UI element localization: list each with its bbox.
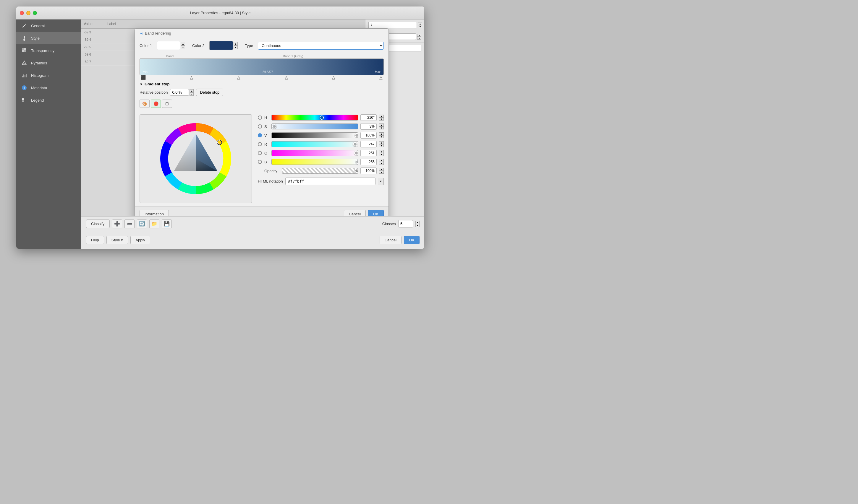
s-value-input[interactable] [361,123,377,130]
sidebar-label-pyramids: Pyramids [31,61,47,65]
r-step-down[interactable]: ▼ [379,144,384,147]
apply-button[interactable]: Apply [130,236,150,244]
b-radio[interactable] [258,160,262,164]
color-wheel-svg[interactable] [157,120,234,197]
s-step-down[interactable]: ▼ [379,127,384,129]
gradient-bar[interactable]: Min -59.3375 Max [140,59,384,75]
color1-swatch[interactable] [157,41,180,50]
arrow-1[interactable]: ⬛ [141,75,146,80]
html-notation-input[interactable] [285,178,376,185]
b-step-up[interactable]: ▲ [379,159,384,162]
sidebar-item-general[interactable]: General [16,19,81,32]
rel-pos-down[interactable]: ▼ [190,93,194,96]
step-up-2[interactable]: ▲ [417,34,421,37]
r-step-up[interactable]: ▲ [379,141,384,144]
minimize-button[interactable] [26,11,30,15]
h-radio[interactable] [258,115,262,120]
classes-label: Classes [382,222,396,226]
opacity-step-down[interactable]: ▼ [379,171,384,174]
classes-step-down[interactable]: ▼ [415,224,419,227]
close-button[interactable] [20,11,24,15]
color-wheel-container[interactable] [140,114,252,203]
v-step-up[interactable]: ▲ [379,132,384,135]
add-class-icon[interactable]: ➕ [112,220,122,228]
sidebar-item-histogram[interactable]: Histogram [16,69,81,82]
save-icon[interactable]: 💾 [162,220,172,228]
classes-step-up[interactable]: ▲ [415,221,419,224]
arrow-5[interactable]: △ [332,75,335,80]
color-grid-icon[interactable]: ⊞ [162,100,172,108]
delete-stop-button[interactable]: Delete stop [196,88,223,96]
v-value-input[interactable] [361,132,377,139]
v-stepper: ▲ ▼ [379,132,384,138]
arrow-4[interactable]: △ [285,75,288,80]
cancel-main-button[interactable]: Cancel [380,236,401,244]
g-step-down[interactable]: ▼ [379,153,384,156]
h-slider-track[interactable] [271,115,358,120]
sidebar-item-pyramids[interactable]: Pyramids [16,57,81,69]
r-radio[interactable] [258,142,262,146]
r-slider-track[interactable] [271,141,358,147]
arrow-3[interactable]: △ [237,75,240,80]
g-slider-track[interactable] [271,150,358,156]
h-step-up[interactable]: ▲ [379,115,384,118]
h-step-down[interactable]: ▼ [379,118,384,120]
color-swatches-icon[interactable]: 🎨 [140,100,149,108]
window-title: Layer Properties - egm84-30 | Style [190,11,251,15]
v-step-down[interactable]: ▼ [379,135,384,138]
refresh-icon[interactable]: 🔄 [137,220,147,228]
svg-rect-8 [22,76,23,77]
sidebar-item-metadata[interactable]: i Metadata [16,82,81,94]
svg-rect-2 [22,48,24,50]
g-step-up[interactable]: ▲ [379,150,384,153]
step-up-1[interactable]: ▲ [418,22,422,25]
folder-icon[interactable]: 📁 [149,220,159,228]
band1-gray-label: Band 1 (Gray) [203,54,384,58]
r-value-input[interactable] [361,141,377,147]
maximize-button[interactable] [33,11,37,15]
relative-position-input[interactable] [170,89,189,96]
arrow-6[interactable]: △ [379,75,383,80]
v-radio[interactable] [258,133,262,137]
v-slider-track[interactable] [271,132,358,138]
s-slider-track[interactable] [271,124,358,129]
step-down-1[interactable]: ▼ [418,25,422,28]
b-value-input[interactable] [361,159,377,165]
ok-main-button[interactable]: OK [404,236,419,244]
color-wheel-icon[interactable]: 🔴 [151,100,161,108]
rel-pos-up[interactable]: ▲ [190,89,194,93]
classify-button[interactable]: Classify [86,220,110,228]
classes-input[interactable] [398,220,413,227]
color1-step-down[interactable]: ▼ [181,46,185,49]
arrow-2[interactable]: △ [190,75,193,80]
sidebar-item-style[interactable]: Style [16,32,81,44]
rel-pos-label: Relative position [140,90,168,95]
color2-step-up[interactable]: ▲ [234,42,238,46]
sidebar-item-transparency[interactable]: Transparency [16,44,81,57]
step-down-2[interactable]: ▼ [417,37,421,39]
remove-class-icon[interactable]: ➖ [125,220,134,228]
sidebar-item-legend[interactable]: Legend [16,94,81,107]
s-step-up[interactable]: ▲ [379,124,384,127]
opacity-step-up[interactable]: ▲ [379,168,384,171]
style-button[interactable]: Style ▾ [107,236,128,244]
h-value-input[interactable] [361,114,377,121]
g-value-input[interactable] [361,150,377,156]
color2-swatch[interactable] [209,41,233,50]
g-slider-row: G ▲ ▼ [258,150,384,156]
color2-step-down[interactable]: ▼ [234,46,238,49]
opacity-value-input[interactable] [361,167,377,174]
help-button[interactable]: Help [86,236,104,244]
opacity-slider-track[interactable] [282,168,358,174]
g-radio[interactable] [258,151,262,155]
color1-step-up[interactable]: ▲ [181,42,185,46]
classes-section: Classes ▲ ▼ [382,220,419,227]
sidebar-label-metadata: Metadata [31,86,47,90]
right-panel-input-1[interactable] [368,22,417,28]
type-select[interactable]: Continuous [258,42,384,50]
s-radio[interactable] [258,124,262,129]
html-notation-dropdown[interactable]: ▼ [378,178,384,185]
b-slider-track[interactable] [271,159,358,165]
b-step-down[interactable]: ▼ [379,162,384,165]
back-arrow-icon[interactable]: ◄ [140,31,143,35]
